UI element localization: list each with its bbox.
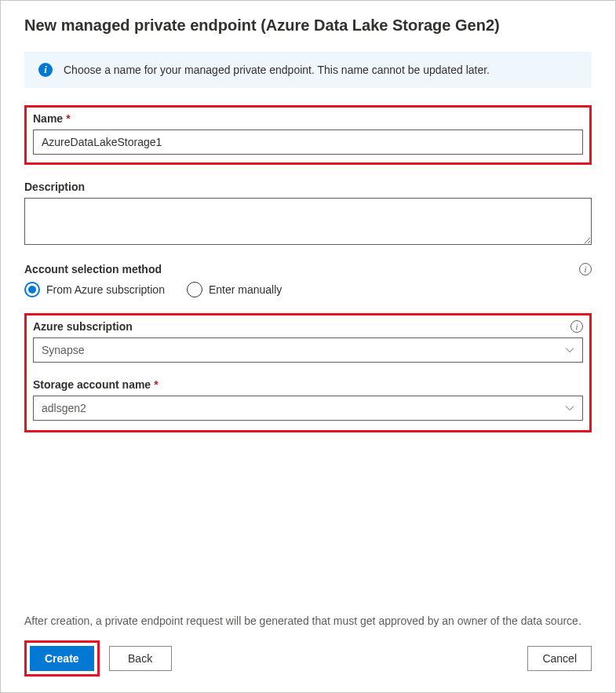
info-banner: i Choose a name for your managed private…: [24, 52, 592, 88]
account-selection-label: Account selection method: [24, 263, 162, 275]
name-label: Name *: [33, 112, 583, 125]
managed-private-endpoint-panel: New managed private endpoint (Azure Data…: [0, 0, 616, 693]
storage-account-label: Storage account name *: [33, 378, 583, 391]
info-icon: i: [38, 63, 53, 77]
create-button-highlight: Create: [24, 640, 100, 677]
radio-from-subscription[interactable]: From Azure subscription: [24, 282, 165, 297]
account-selection-radio-group: From Azure subscription Enter manually: [24, 282, 592, 297]
info-banner-text: Choose a name for your managed private e…: [64, 64, 490, 76]
radio-unselected-icon: [187, 282, 202, 297]
footer-buttons: Create Back Cancel: [1, 640, 615, 692]
cancel-button[interactable]: Cancel: [527, 646, 592, 671]
create-button[interactable]: Create: [30, 646, 94, 671]
subscription-select-value: Synapse: [42, 344, 84, 356]
storage-account-select-value: adlsgen2: [42, 402, 86, 414]
required-asterisk: *: [154, 378, 158, 391]
subscription-select[interactable]: Synapse: [33, 337, 583, 363]
storage-account-select[interactable]: adlsgen2: [33, 396, 583, 421]
footer-note: After creation, a private endpoint reque…: [1, 614, 615, 640]
page-title: New managed private endpoint (Azure Data…: [24, 16, 592, 35]
subscription-section-highlight: Azure subscription i Synapse Storage acc…: [24, 313, 592, 432]
chevron-down-icon: [565, 345, 574, 355]
name-input[interactable]: [33, 129, 583, 155]
back-button[interactable]: Back: [109, 646, 172, 671]
radio-selected-icon: [24, 282, 40, 297]
description-input[interactable]: [24, 198, 592, 245]
radio-enter-manually[interactable]: Enter manually: [187, 282, 282, 297]
info-icon[interactable]: i: [570, 320, 583, 333]
info-icon[interactable]: i: [579, 263, 592, 275]
name-section-highlight: Name *: [24, 105, 592, 165]
required-asterisk: *: [66, 112, 70, 125]
description-label: Description: [24, 181, 592, 193]
subscription-label: Azure subscription: [33, 320, 133, 333]
chevron-down-icon: [565, 403, 574, 413]
